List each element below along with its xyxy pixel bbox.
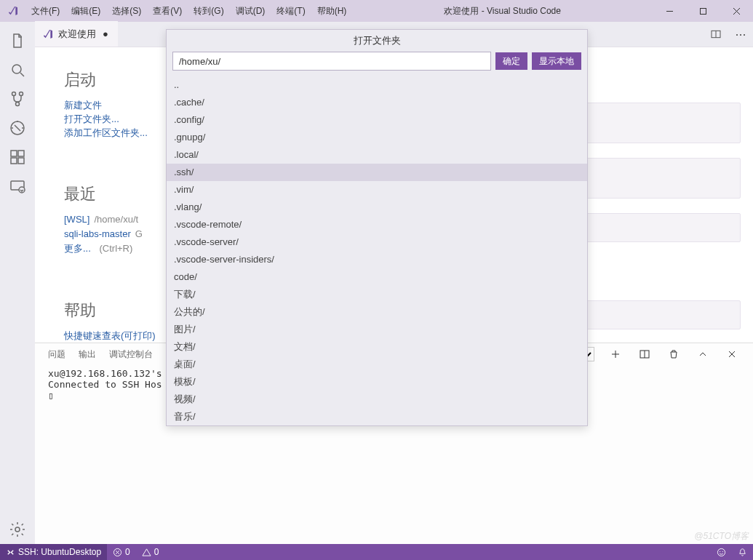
folder-path-input[interactable] — [172, 52, 491, 71]
kill-terminal-icon[interactable] — [666, 346, 682, 362]
status-errors[interactable]: 0 — [107, 544, 136, 560]
explorer-icon[interactable] — [0, 26, 35, 55]
dialog-title: 打开文件夹 — [167, 30, 587, 52]
remote-indicator[interactable]: SSH: UbuntuDesktop — [0, 544, 107, 560]
folder-item[interactable]: 桌面/ — [167, 356, 587, 373]
folder-item[interactable]: .vscode-server-insiders/ — [167, 251, 587, 268]
svg-rect-1 — [700, 8, 706, 14]
folder-item[interactable]: 下载/ — [167, 286, 587, 303]
svg-point-7 — [20, 92, 23, 96]
debug-icon[interactable] — [0, 113, 35, 143]
menu-select[interactable]: 选择(S) — [106, 0, 147, 22]
folder-item[interactable]: 视频/ — [167, 391, 587, 408]
tab-dirty-icon[interactable]: ● — [100, 29, 111, 39]
vscode-logo — [0, 5, 25, 17]
panel-maximize-icon[interactable] — [695, 346, 711, 362]
svg-point-6 — [12, 92, 16, 96]
folder-item[interactable]: 音乐/ — [167, 408, 587, 425]
remote-explorer-icon[interactable] — [0, 172, 35, 201]
folder-item[interactable]: .gnupg/ — [167, 129, 587, 146]
window-minimize-button[interactable] — [653, 0, 686, 22]
tab-welcome[interactable]: 欢迎使用 ● — [35, 21, 118, 47]
recent-hint: (Ctrl+R) — [99, 243, 132, 254]
search-icon[interactable] — [0, 55, 35, 84]
folder-item[interactable]: 文档/ — [167, 338, 587, 356]
recent-more-link[interactable]: 更多... — [64, 243, 91, 254]
svg-point-28 — [717, 548, 725, 556]
folder-item[interactable]: .. — [167, 76, 587, 94]
status-bar: SSH: UbuntuDesktop 0 0 — [0, 544, 753, 560]
window-close-button[interactable] — [720, 0, 753, 22]
confirm-button[interactable]: 确定 — [495, 52, 527, 70]
svg-point-29 — [720, 551, 720, 551]
open-folder-dialog: 打开文件夹 确定 显示本地 ...cache/.config/.gnupg/.l… — [166, 29, 588, 426]
panel-tab-debug-console[interactable]: 调试控制台 — [109, 348, 153, 361]
svg-point-30 — [722, 551, 723, 551]
menu-edit[interactable]: 编辑(E) — [65, 0, 106, 22]
svg-rect-11 — [18, 151, 24, 156]
extensions-icon[interactable] — [0, 143, 35, 172]
svg-rect-13 — [18, 158, 24, 164]
folder-item[interactable]: .config/ — [167, 111, 587, 129]
menu-file[interactable]: 文件(F) — [25, 0, 65, 22]
svg-line-5 — [20, 73, 24, 76]
menu-help[interactable]: 帮助(H) — [311, 0, 353, 22]
menu-debug[interactable]: 调试(D) — [230, 0, 271, 22]
watermark: @51CTO博客 — [694, 530, 749, 543]
folder-item[interactable]: .cache/ — [167, 94, 587, 111]
menu-go[interactable]: 转到(G) — [188, 0, 229, 22]
folder-item[interactable]: 模板/ — [167, 373, 587, 391]
folder-item[interactable]: .vscode-server/ — [167, 233, 587, 251]
folder-item[interactable]: .vlang/ — [167, 199, 587, 216]
folder-item[interactable]: .local/ — [167, 146, 587, 164]
status-feedback-icon[interactable] — [711, 544, 732, 560]
panel-tab-problems[interactable]: 问题 — [48, 348, 65, 361]
svg-rect-12 — [11, 158, 17, 164]
window-title: 欢迎使用 - Visual Studio Code — [352, 5, 653, 17]
title-bar: 文件(F) 编辑(E) 选择(S) 查看(V) 转到(G) 调试(D) 终端(T… — [0, 0, 753, 22]
folder-list: ...cache/.config/.gnupg/.local/.ssh/.vim… — [167, 76, 587, 425]
folder-item[interactable]: .ssh/ — [167, 164, 587, 181]
split-editor-icon[interactable] — [704, 22, 728, 47]
svg-point-8 — [16, 103, 20, 106]
source-control-icon[interactable] — [0, 84, 35, 113]
settings-gear-icon[interactable] — [0, 515, 35, 544]
vscode-tab-icon — [42, 28, 54, 40]
status-bell-icon[interactable] — [732, 544, 753, 560]
window-maximize-button[interactable] — [686, 0, 720, 22]
new-terminal-icon[interactable] — [607, 346, 623, 362]
tab-label: 欢迎使用 — [58, 28, 96, 41]
show-local-button[interactable]: 显示本地 — [532, 52, 581, 70]
folder-item[interactable]: .vscode-remote/ — [167, 216, 587, 233]
panel-tab-output[interactable]: 输出 — [79, 348, 96, 361]
svg-rect-10 — [11, 151, 17, 156]
status-warnings[interactable]: 0 — [136, 544, 165, 560]
editor-more-icon[interactable]: ··· — [728, 22, 753, 47]
split-terminal-icon[interactable] — [637, 346, 653, 362]
menu-terminal[interactable]: 终端(T) — [271, 0, 311, 22]
activity-bar — [0, 22, 35, 544]
panel-close-icon[interactable] — [724, 346, 740, 362]
folder-item[interactable]: 图片/ — [167, 321, 587, 338]
svg-point-16 — [15, 527, 20, 532]
menu-view[interactable]: 查看(V) — [147, 0, 188, 22]
folder-item[interactable]: code/ — [167, 268, 587, 286]
folder-item[interactable]: 公共的/ — [167, 303, 587, 321]
folder-item[interactable]: .vim/ — [167, 181, 587, 199]
svg-point-4 — [12, 65, 21, 73]
